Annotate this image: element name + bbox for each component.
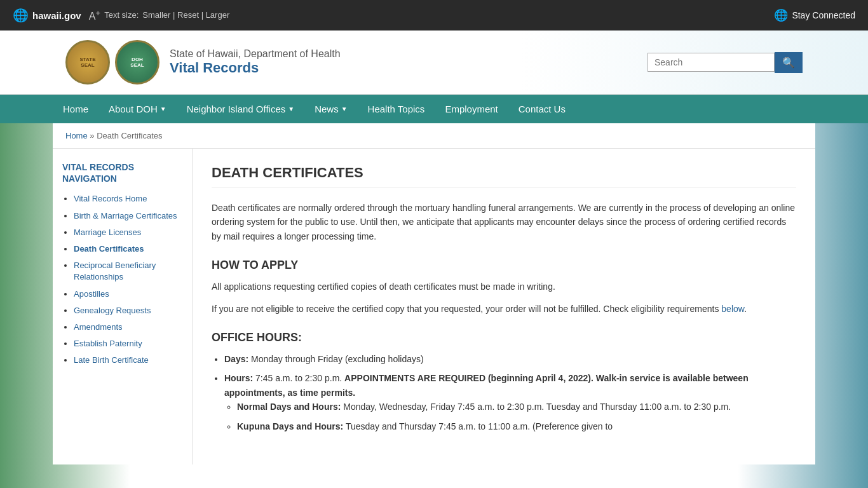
page-title: DEATH CERTIFICATES	[212, 165, 796, 188]
stay-connected-label: Stay Connected	[792, 10, 855, 20]
list-item: Vital Records Home	[74, 193, 182, 205]
sidebar-paternity[interactable]: Establish Paternity	[74, 339, 142, 348]
list-item: Apostilles	[74, 288, 182, 300]
how-to-apply-p2-end: .	[744, 304, 747, 314]
logos: STATESEAL DOHSEAL	[65, 40, 159, 85]
how-to-apply-p2-text: If you are not eligible to receive the c…	[212, 304, 721, 314]
top-bar-left: 🌐 hawaii.gov A+ Text size: Smaller | Res…	[13, 8, 229, 23]
search-input[interactable]	[648, 53, 775, 72]
sidebar-genealogy[interactable]: Genealogy Requests	[74, 306, 151, 315]
hours-value: 7:45 a.m. to 2:30 p.m. APPOINTMENTS ARE …	[224, 373, 749, 397]
sidebar-vital-records-home[interactable]: Vital Records Home	[74, 194, 147, 203]
sidebar-nav: Vital Records Home Birth & Marriage Cert…	[62, 193, 182, 366]
text-size-label: Text size:	[104, 10, 139, 20]
list-item: Genealogy Requests	[74, 305, 182, 316]
main-nav: Home About DOH ▼ Neighbor Island Offices…	[0, 95, 868, 123]
search-form: 🔍	[648, 52, 803, 73]
sidebar: VITAL RECORDS NAVIGATION Vital Records H…	[53, 149, 193, 464]
site-header: STATESEAL DOHSEAL State of Hawaii, Depar…	[0, 30, 868, 95]
how-to-apply-p1: All applications requesting certified co…	[212, 280, 796, 294]
normal-hours-label: Normal Days and Hours:	[237, 402, 341, 412]
nav-inner: Home About DOH ▼ Neighbor Island Offices…	[53, 95, 815, 123]
sidebar-late-birth[interactable]: Late Birth Certificate	[74, 355, 149, 365]
list-item: Marriage Licenses	[74, 227, 182, 238]
list-item: Establish Paternity	[74, 338, 182, 349]
kupuna-hours-item: Kupuna Days and Hours: Tuesday and Thurs…	[237, 419, 796, 433]
hours-label: Hours:	[224, 373, 253, 383]
office-hours-section: OFFICE HOURS: Days: Monday through Frida…	[212, 331, 796, 433]
hawaii-gov-text: hawaii.gov	[32, 10, 81, 21]
dept-name: State of Hawaii, Department of Health	[170, 48, 341, 60]
list-item: Birth & Marriage Certificates	[74, 210, 182, 222]
nav-home[interactable]: Home	[53, 95, 98, 123]
text-size-icon: A+	[89, 8, 100, 22]
normal-hours-item: Normal Days and Hours: Monday, Wednesday…	[237, 400, 796, 414]
how-to-apply-section: HOW TO APPLY All applications requesting…	[212, 259, 796, 316]
sidebar-apostilles[interactable]: Apostilles	[74, 289, 109, 299]
nav-contact-us[interactable]: Contact Us	[508, 95, 576, 123]
how-to-apply-p2: If you are not eligible to receive the c…	[212, 302, 796, 316]
list-item: Reciprocal Beneficiary Relationships	[74, 260, 182, 283]
appointments-required: APPOINTMENTS ARE REQUIRED (beginning Apr…	[224, 373, 749, 397]
breadcrumb-home[interactable]: Home	[65, 131, 88, 140]
sidebar-marriage-licenses[interactable]: Marriage Licenses	[74, 227, 141, 237]
sidebar-title: VITAL RECORDS NAVIGATION	[62, 161, 182, 184]
days-label: Days:	[224, 354, 248, 364]
nav-neighbor-island[interactable]: Neighbor Island Offices ▼	[177, 95, 305, 123]
neighbor-island-arrow: ▼	[288, 105, 294, 112]
normal-hours-value: Monday, Wednesday, Friday 7:45 a.m. to 2…	[343, 402, 731, 412]
breadcrumb-separator: »	[90, 131, 94, 140]
breadcrumb-current: Death Certificates	[97, 131, 162, 140]
below-link[interactable]: below	[721, 304, 744, 314]
sidebar-reciprocal[interactable]: Reciprocal Beneficiary Relationships	[74, 261, 156, 281]
intro-section: Death certificates are normally ordered …	[212, 201, 796, 243]
nav-health-topics[interactable]: Health Topics	[358, 95, 435, 123]
breadcrumb: Home » Death Certificates	[53, 123, 815, 149]
larger-link[interactable]: Larger	[206, 10, 230, 20]
search-button[interactable]: 🔍	[775, 52, 803, 73]
nav-about-doh[interactable]: About DOH ▼	[98, 95, 177, 123]
main-layout: VITAL RECORDS NAVIGATION Vital Records H…	[53, 149, 815, 464]
nav-employment[interactable]: Employment	[435, 95, 508, 123]
days-value: Monday through Friday (excluding holiday…	[251, 354, 424, 364]
hours-item: Hours: 7:45 a.m. to 2:30 p.m. APPOINTMEN…	[224, 371, 796, 433]
text-size-section: A+ Text size: Smaller | Reset | Larger	[89, 8, 230, 22]
stay-connected-icon: 🌐	[774, 8, 788, 22]
days-item: Days: Monday through Friday (excluding h…	[224, 352, 796, 366]
intro-paragraph: Death certificates are normally ordered …	[212, 201, 796, 243]
sidebar-amendments[interactable]: Amendments	[74, 322, 123, 332]
text-size-links: Smaller | Reset | Larger	[142, 10, 229, 20]
list-item: Death Certificates	[74, 243, 182, 255]
top-bar: 🌐 hawaii.gov A+ Text size: Smaller | Res…	[0, 0, 868, 30]
kupuna-hours-label: Kupuna Days and Hours:	[237, 421, 343, 431]
about-doh-arrow: ▼	[160, 105, 166, 112]
header-left: STATESEAL DOHSEAL State of Hawaii, Depar…	[65, 40, 341, 85]
state-seal: STATESEAL	[65, 40, 110, 85]
site-name: Vital Records	[170, 60, 341, 76]
kupuna-hours-value: Tuesday and Thursday 7:45 a.m. to 11:00 …	[346, 421, 613, 431]
sidebar-death-certificates[interactable]: Death Certificates	[74, 244, 144, 254]
office-hours-heading: OFFICE HOURS:	[212, 331, 796, 344]
stay-connected-button[interactable]: 🌐 Stay Connected	[774, 8, 855, 22]
news-arrow: ▼	[341, 105, 348, 112]
doh-seal: DOHSEAL	[115, 40, 159, 85]
smaller-link[interactable]: Smaller	[142, 10, 170, 20]
how-to-apply-heading: HOW TO APPLY	[212, 259, 796, 272]
reset-link[interactable]: Reset	[177, 10, 199, 20]
hawaii-gov-logo[interactable]: 🌐 hawaii.gov	[13, 8, 81, 23]
header-right: 🔍	[648, 52, 803, 73]
main-content: DEATH CERTIFICATES Death certificates ar…	[193, 149, 815, 464]
list-item: Amendments	[74, 322, 182, 333]
site-title: State of Hawaii, Department of Health Vi…	[170, 48, 341, 76]
list-item: Late Birth Certificate	[74, 355, 182, 366]
hawaii-gov-globe-icon: 🌐	[13, 8, 29, 23]
content-area: Home » Death Certificates VITAL RECORDS …	[53, 123, 815, 464]
sidebar-birth-marriage[interactable]: Birth & Marriage Certificates	[74, 211, 177, 220]
nav-news[interactable]: News ▼	[304, 95, 357, 123]
